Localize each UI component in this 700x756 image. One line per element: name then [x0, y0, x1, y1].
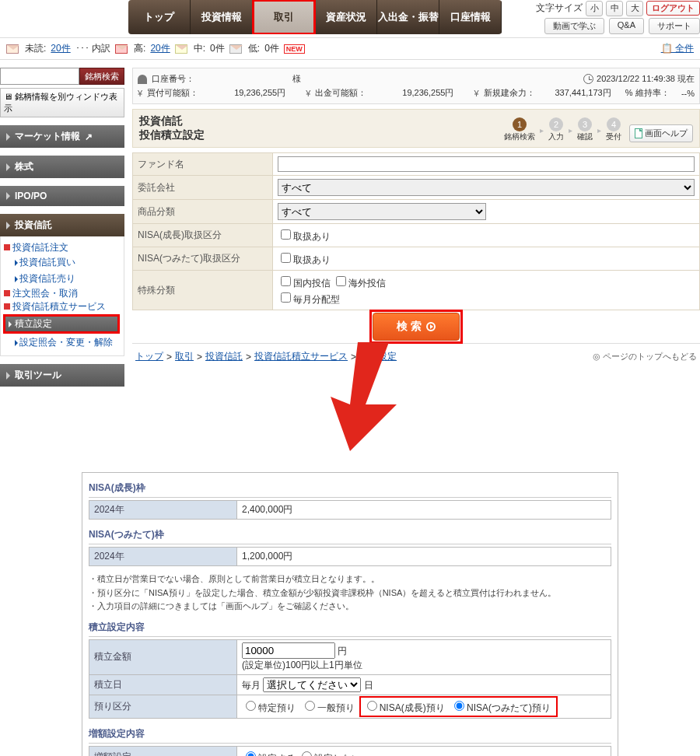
deposit-type-label: 預り区分	[89, 695, 237, 718]
square-bullet-icon	[4, 244, 10, 250]
breakdown-label: ･･･ 内訳	[75, 42, 110, 55]
nav-cash[interactable]: 入出金・振替	[377, 0, 439, 34]
support-button[interactable]: サポート	[649, 18, 700, 34]
buy-power-label: 買付可能額：	[147, 87, 198, 99]
chevron-right-icon	[6, 222, 10, 229]
sidebar-tools[interactable]: 取引ツール	[0, 364, 124, 387]
square-bullet-icon	[4, 290, 10, 296]
unread-bar: 未読: 20件 ･･･ 内訳 高: 20件 中: 0件 低: 0件 NEW 📋 …	[0, 37, 700, 60]
fontsize-medium-button[interactable]: 中	[606, 1, 623, 16]
increase-no-radio[interactable]	[302, 751, 312, 756]
category-select[interactable]: すべて	[278, 203, 486, 220]
mail-high-icon	[115, 44, 128, 54]
svg-marker-0	[331, 342, 397, 451]
amount-input[interactable]	[242, 642, 335, 659]
nisa-tsumitate-checkbox[interactable]	[281, 253, 291, 263]
triangle-icon	[15, 276, 18, 282]
nisa-tsumitate-year: 2024年	[89, 548, 237, 566]
nav-assets[interactable]: 資産状況	[315, 0, 377, 34]
unread-count-link[interactable]: 20件	[51, 42, 70, 55]
increase-section-header: 増額設定内容	[89, 725, 611, 744]
triangle-icon	[15, 260, 18, 266]
nav-invest-info[interactable]: 投資情報	[191, 0, 253, 34]
maintain-value: --%	[681, 89, 695, 98]
withdraw-label: 出金可能額：	[315, 87, 366, 99]
all-mail-link[interactable]: 📋 全件	[661, 42, 694, 55]
note-3: ・入力項目の詳細につきましては「画面ヘルプ」をご確認ください。	[89, 600, 611, 614]
nav-top[interactable]: トップ	[128, 0, 191, 34]
help-button[interactable]: 画面ヘルプ	[629, 124, 693, 142]
page-top-link[interactable]: ◎ ページのトップへもどる	[593, 351, 697, 362]
detail-panel: NISA(成長)枠 2024年 2,400,000円 NISA(つみたて)枠 2…	[82, 472, 618, 756]
step-indicator: 1銘柄検索▸ 2入力▸ 3確認▸ 4受付	[504, 117, 621, 142]
unread-label: 未読:	[25, 42, 46, 55]
symbol-search-input[interactable]	[0, 68, 79, 85]
sidebar: 銘柄検索 🖥 銘柄情報を別ウィンドウ表示 マーケット情報 ↗ 株式 IPO/PO…	[0, 68, 124, 387]
deposit-general-radio[interactable]	[305, 701, 315, 711]
mail-mid-icon	[175, 44, 187, 54]
hi-label: 高:	[134, 42, 145, 55]
domestic-checkbox[interactable]	[281, 276, 291, 286]
nav-account[interactable]: 口座情報	[439, 0, 502, 34]
maintain-label: % 維持率：	[625, 87, 670, 99]
qa-button[interactable]: Q&A	[609, 18, 644, 34]
sidebar-plan-setting[interactable]: 積立設定	[4, 315, 119, 333]
lo-count: 0件	[264, 42, 279, 55]
main-nav: トップ 投資情報 取引 資産状況 入出金・振替 口座情報	[128, 0, 502, 34]
crumb-trade[interactable]: 取引	[175, 350, 194, 363]
nav-trade[interactable]: 取引	[253, 0, 315, 34]
special-label: 特殊分類	[133, 271, 273, 310]
person-icon	[138, 75, 147, 84]
nisa-growth-header: NISA(成長)枠	[89, 479, 611, 498]
fontsize-large-button[interactable]: 大	[626, 1, 643, 16]
crumb-funds[interactable]: 投資信託	[205, 350, 243, 363]
day-select[interactable]: 選択してください	[263, 677, 361, 692]
company-select[interactable]: すべて	[278, 179, 695, 196]
lo-label: 低:	[248, 42, 260, 55]
search-form: ファンド名 委託会社 すべて 商品分類 すべて NISA(成長)取扱区分 取扱あ…	[132, 152, 700, 310]
sidebar-fund-buy[interactable]: 投資信託買い	[19, 254, 75, 271]
increase-yes-radio[interactable]	[246, 751, 256, 756]
sidebar-funds[interactable]: 投資信託	[0, 214, 124, 236]
nisa-growth-amount: 2,400,000円	[237, 501, 611, 520]
nisa-tsumitate-header: NISA(つみたて)枠	[89, 526, 611, 544]
logo-placeholder	[0, 0, 128, 34]
sidebar-fund-order[interactable]: 投資信託注文	[12, 240, 68, 254]
triangle-icon	[9, 321, 12, 327]
deposit-nisa-tsumitate-radio[interactable]	[454, 701, 464, 711]
sidebar-plan-inquiry[interactable]: 設定照会・変更・解除	[19, 334, 113, 351]
new-badge: NEW	[284, 44, 305, 54]
triangle-icon	[15, 340, 18, 346]
learn-video-button[interactable]: 動画で学ぶ	[544, 18, 604, 34]
sidebar-order-inquiry[interactable]: 注文照会・取消	[12, 286, 78, 300]
chevron-right-icon	[6, 133, 10, 141]
plan-section-header: 積立設定内容	[89, 618, 611, 637]
intl-checkbox[interactable]	[336, 276, 346, 286]
amount-label: 積立金額	[89, 639, 237, 674]
margin-value: 337,441,173円	[555, 87, 611, 99]
monthly-checkbox[interactable]	[281, 292, 291, 303]
sidebar-fund-service[interactable]: 投資信託積立サービス	[12, 299, 106, 313]
fontsize-label: 文字サイズ	[536, 2, 583, 15]
fund-name-input[interactable]	[278, 156, 695, 172]
deposit-specific-radio[interactable]	[246, 701, 256, 711]
search-button[interactable]: 検 索	[373, 313, 460, 341]
open-new-window-button[interactable]: 🖥 銘柄情報を別ウィンドウ表示	[0, 88, 124, 117]
square-bullet-icon	[4, 303, 10, 310]
fontsize-small-button[interactable]: 小	[586, 1, 603, 16]
sidebar-ipo[interactable]: IPO/PO	[0, 186, 124, 206]
symbol-search-button[interactable]: 銘柄検索	[79, 68, 124, 85]
deposit-nisa-growth-radio[interactable]	[367, 701, 377, 711]
withdraw-value: 19,236,255円	[402, 87, 453, 99]
sidebar-fund-sell[interactable]: 投資信託売り	[19, 271, 75, 287]
logout-button[interactable]: ログアウト	[646, 1, 700, 16]
nisa-growth-checkbox[interactable]	[281, 229, 291, 240]
fund-name-label: ファンド名	[133, 153, 273, 176]
chevron-right-icon	[6, 372, 10, 380]
nisa-growth-year: 2024年	[89, 501, 237, 520]
hi-count-link[interactable]: 20件	[150, 42, 170, 55]
crumb-top[interactable]: トップ	[135, 350, 163, 363]
sidebar-stocks[interactable]: 株式	[0, 156, 124, 178]
clock-icon	[583, 74, 593, 84]
sidebar-market-info[interactable]: マーケット情報 ↗	[0, 125, 124, 148]
